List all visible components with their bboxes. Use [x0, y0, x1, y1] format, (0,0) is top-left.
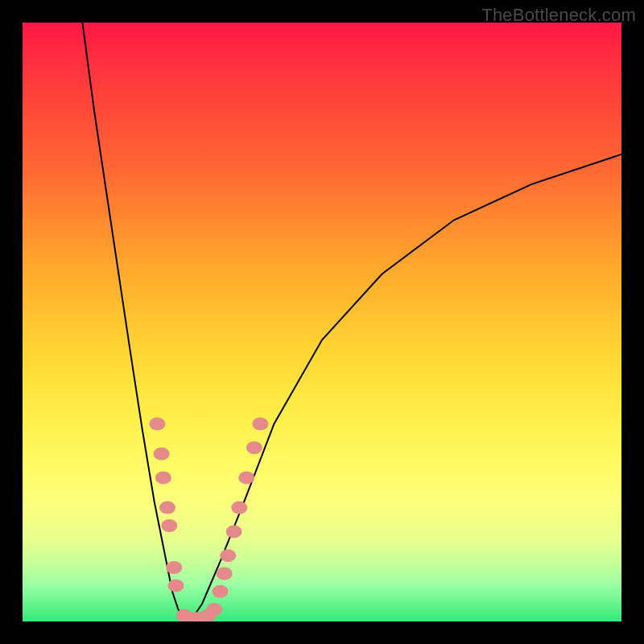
data-dot — [217, 568, 233, 580]
right-curve — [190, 155, 621, 621]
data-dot — [155, 471, 171, 484]
dot-group — [149, 418, 268, 622]
data-dot — [238, 471, 254, 484]
data-dot — [213, 585, 229, 598]
data-dot — [252, 418, 268, 431]
data-dot — [161, 519, 177, 532]
data-dot — [231, 502, 247, 514]
data-dot — [154, 448, 170, 460]
data-dot — [246, 441, 262, 454]
chart-svg — [23, 23, 621, 621]
data-dot — [168, 579, 184, 592]
left-curve — [82, 23, 190, 621]
data-dot — [166, 561, 182, 574]
chart-frame: TheBottleneck.com — [0, 0, 644, 644]
data-dot — [220, 549, 236, 562]
data-dot — [149, 418, 165, 431]
data-dot — [206, 603, 222, 616]
data-dot — [159, 502, 175, 514]
chart-plot-area — [23, 23, 621, 621]
data-dot — [226, 525, 242, 538]
watermark-text: TheBottleneck.com — [481, 5, 636, 26]
